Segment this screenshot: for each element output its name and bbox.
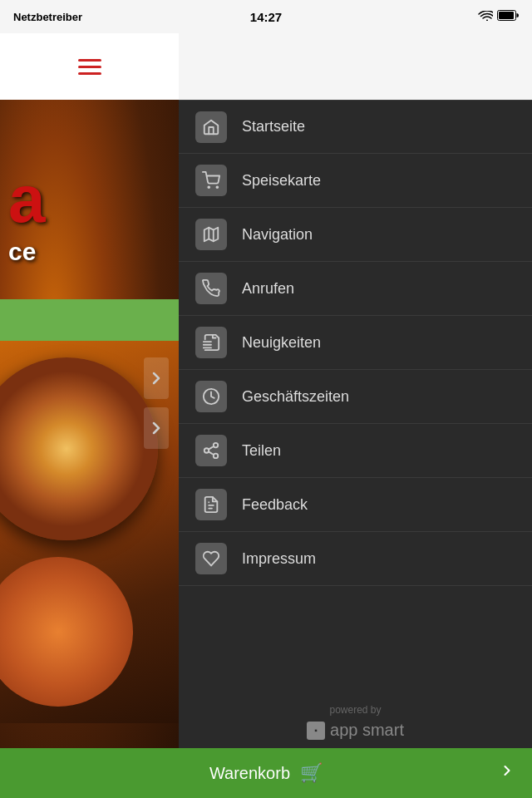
menu-label-startseite: Startseite [242,118,305,135]
menu-item-speisekarte[interactable]: Speisekarte [179,154,532,208]
svg-point-0 [486,20,488,22]
bottom-chevron-icon [499,762,515,784]
right-panel: Startseite Speisekarte [179,33,532,765]
menu-item-navigation[interactable]: Navigation [179,208,532,262]
svg-point-3 [208,186,209,188]
status-icons [478,10,519,23]
bottom-bar-content: Warenkorb 🛒 [209,762,323,784]
handshake-icon [195,543,227,574]
svg-rect-2 [499,12,514,19]
logo-sub: ce [8,238,36,266]
bottom-bar[interactable]: Warenkorb 🛒 [0,748,532,798]
battery-icon [497,10,519,23]
phone-icon [195,273,227,304]
list-item-chevron-2[interactable] [144,407,169,449]
menu-label-impressum: Impressum [242,550,316,568]
list-item-chevron-1[interactable] [144,357,169,399]
warenkorb-label: Warenkorb [209,764,290,783]
cart-icon [195,165,227,196]
newspaper-icon [195,327,227,358]
menu-item-impressum[interactable]: Impressum [179,532,532,586]
menu-item-anrufen[interactable]: Anrufen [179,262,532,316]
menu-label-feedback: Feedback [242,496,308,514]
appsmart-logo: ▪ app smart [307,721,404,740]
menu-item-startseite[interactable]: Startseite [179,100,532,154]
time-label: 14:27 [250,10,282,24]
menu-item-feedback[interactable]: Feedback [179,478,532,532]
logo-letter-a: a [8,166,42,233]
hamburger-menu[interactable] [78,59,101,75]
svg-line-13 [209,446,214,450]
powered-by-label: powered by [329,704,381,716]
main-layout: a ce [0,33,532,765]
menu-item-geschaeftszeiten[interactable]: Geschäftszeiten [179,370,532,424]
wifi-icon [478,10,493,23]
carrier-label: Netzbetreiber [13,11,82,23]
menu-item-neuigkeiten[interactable]: Neuigkeiten [179,316,532,370]
menu-label-speisekarte: Speisekarte [242,172,321,190]
svg-marker-5 [204,228,219,242]
svg-line-12 [209,451,214,455]
header-area [0,33,179,100]
green-banner [0,299,179,341]
menu-item-teilen[interactable]: Teilen [179,424,532,478]
clock-icon [195,381,227,412]
menu-label-teilen: Teilen [242,442,281,460]
feedback-icon [195,489,227,520]
menu-label-neuigkeiten: Neuigkeiten [242,334,321,352]
menu-label-anrufen: Anrufen [242,280,294,298]
home-icon [195,111,227,143]
logo-area: a ce [0,100,179,299]
svg-point-4 [216,186,218,188]
appsmart-name: app smart [330,721,404,740]
menu-label-navigation: Navigation [242,226,313,244]
status-bar: Netzbetreiber 14:27 [0,0,532,33]
left-panel: a ce [0,33,179,765]
menu-label-geschaeftszeiten: Geschäftszeiten [242,388,349,406]
share-icon [195,435,227,466]
cart-icon: 🛒 [300,762,323,784]
menu-list: Startseite Speisekarte [179,100,532,679]
appsmart-icon: ▪ [307,722,325,740]
map-icon [195,219,227,250]
menu-header [179,33,532,100]
